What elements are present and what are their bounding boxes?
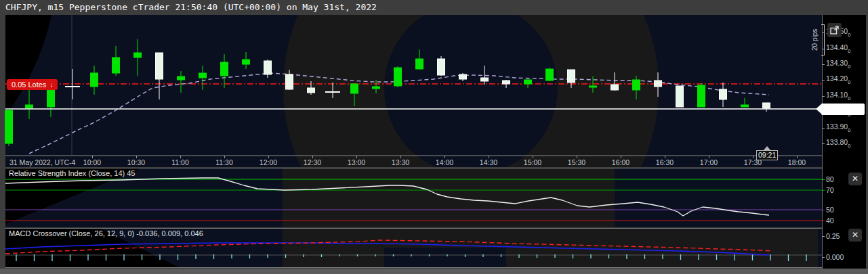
chart-title: CHFJPY, m15 Pepperstone cTrader 21:50:40… <box>5 2 377 12</box>
pips-scale-label: 20 pips <box>810 24 820 55</box>
price-axis-tick <box>822 64 825 65</box>
bottom-chrome-strip <box>0 269 868 274</box>
bar-countdown: 09:21 <box>756 150 778 160</box>
current-price-bubble <box>821 104 865 115</box>
price-axis-label: 133.900 <box>826 122 850 133</box>
macd-axis-tick <box>822 236 825 237</box>
macd-axis-label: 0.25 <box>826 232 840 240</box>
time-axis-label: 14:30 <box>480 158 497 166</box>
rsi-header: Relative Strength Index (Close, 14) 45 <box>9 169 136 177</box>
macd-close-button[interactable]: ✕ <box>848 229 862 242</box>
close-icon: ✕ <box>852 174 859 183</box>
rsi-axis-tick <box>822 221 825 221</box>
expand-chart-button[interactable] <box>827 23 842 37</box>
time-axis-label: 10:00 <box>83 158 101 166</box>
close-icon: ✕ <box>852 230 859 239</box>
lots-label: 0.05 Lotes <box>12 81 46 89</box>
rsi-axis-label: 80 <box>826 175 834 183</box>
rsi-axis-label: 50 <box>826 206 834 214</box>
watermark-logo-ring <box>283 15 659 167</box>
time-axis-label: 13:30 <box>392 158 409 166</box>
watermark-circle <box>5 15 58 167</box>
title-bar: CHFJPY, m15 Pepperstone cTrader 21:50:40… <box>0 0 868 15</box>
arrow-down-icon: ↓ <box>49 81 53 89</box>
price-axis-tick <box>822 80 825 81</box>
macd-header: MACD Crossover (Close, 26, 12, 9, 0) -0.… <box>9 229 203 237</box>
time-axis-label: 10:30 <box>127 158 145 166</box>
rsi-close-button[interactable]: ✕ <box>848 173 862 185</box>
rsi-axis-tick <box>822 210 825 210</box>
sell-lots-badge[interactable]: 0.05 Lotes↓ <box>7 79 58 90</box>
time-axis-label: 16:00 <box>612 158 629 166</box>
watermark-logo-part <box>283 168 615 227</box>
time-axis-label: 15:00 <box>524 158 541 166</box>
price-axis-label: 134.400 <box>826 43 850 53</box>
time-axis-label: 17:00 <box>700 158 718 166</box>
time-axis-label: 15:30 <box>568 158 585 166</box>
watermark-logo-hole <box>384 248 506 268</box>
rsi-axis-tick <box>822 190 825 191</box>
time-axis-label: 12:30 <box>304 158 321 166</box>
time-axis-label: 11:00 <box>171 158 189 166</box>
time-axis-label: 11:30 <box>215 158 233 166</box>
price-axis-label: 134.100 <box>826 91 850 101</box>
price-axis-tick <box>822 128 825 129</box>
expand-icon <box>830 26 839 35</box>
rsi-axis-label: 40 <box>826 216 834 225</box>
price-axis-label: 134.300 <box>826 59 850 69</box>
left-chrome-strip <box>0 15 5 269</box>
time-axis-label: 12:00 <box>260 158 277 166</box>
date-label: 31 May 2022, UTC-4 <box>9 158 75 166</box>
rsi-axis-tick <box>822 179 825 180</box>
pips-scale-bracket <box>821 24 825 55</box>
ctrader-window: CHFJPY, m15 Pepperstone cTrader 21:50:40… <box>0 0 868 274</box>
time-axis-label: 16:30 <box>656 158 674 166</box>
time-axis-label: 14:00 <box>436 158 453 166</box>
watermark-logo-part <box>283 229 818 268</box>
rsi-axis-label: 70 <box>826 186 834 194</box>
time-axis-label: 18:00 <box>788 158 806 166</box>
price-axis-tick <box>822 96 825 97</box>
price-axis-label: 134.200 <box>826 74 850 85</box>
macd-axis-label: 0.000 <box>826 253 844 261</box>
price-axis-tick <box>822 143 825 144</box>
main-chart-panel[interactable] <box>5 15 822 167</box>
time-axis-label: 13:00 <box>348 158 365 166</box>
macd-axis-tick <box>822 257 825 258</box>
price-axis-label: 133.800 <box>826 138 850 148</box>
